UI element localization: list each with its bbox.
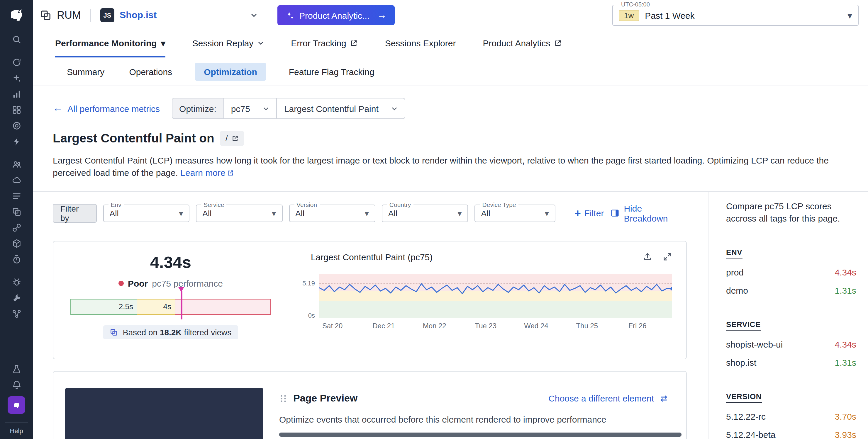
subtab-operations[interactable]: Operations [127, 62, 175, 80]
apm-icon[interactable] [6, 118, 27, 134]
country-filter-select[interactable]: Country All ▾ [382, 204, 468, 222]
filter-legend: Device Type [480, 201, 519, 208]
beaker-icon[interactable] [6, 361, 27, 377]
sparkles-icon[interactable] [6, 70, 27, 86]
timer-icon[interactable] [6, 251, 27, 267]
drag-handle-icon[interactable] [279, 394, 287, 402]
bell-icon[interactable] [6, 377, 27, 393]
hide-breakdown-button[interactable]: Hide Breakdown [610, 203, 687, 223]
tag-label: shop.ist [726, 357, 756, 367]
add-filter-button[interactable]: + Filter [575, 208, 604, 218]
search-icon[interactable] [6, 32, 27, 47]
page-description: Largest Contentful Paint (LCP) measures … [53, 154, 847, 179]
service-filter-select[interactable]: Service All ▾ [196, 204, 282, 222]
tab-label: Session Replay [192, 38, 253, 48]
dashboards-icon[interactable] [6, 102, 27, 118]
caret-down-icon: ▾ [545, 208, 549, 218]
product-title: RUM [57, 9, 81, 22]
breakdown-row[interactable]: prod 4.34s [726, 266, 856, 278]
breakdown-row[interactable]: demo 1.31s [726, 284, 856, 296]
breakdown-intro: Compare pc75 LCP scores accross all tags… [726, 200, 856, 224]
page-path-link[interactable]: / [220, 131, 244, 146]
views-count: 18.2K [160, 327, 182, 337]
percentile-select[interactable]: pc75 [224, 98, 277, 119]
poor-status-dot [119, 280, 124, 286]
rating-detail: pc75 performance [152, 278, 223, 288]
external-link-icon [350, 39, 358, 47]
caret-down-icon: ▾ [365, 208, 369, 218]
tab-error-tracking[interactable]: Error Tracking [291, 31, 358, 58]
choose-element-link[interactable]: Choose a different element [548, 393, 669, 403]
cloud-security-icon[interactable] [6, 172, 27, 188]
breakdown-row[interactable]: shop.ist 1.31s [726, 356, 856, 368]
divider [90, 9, 91, 22]
tag-label: 5.12.24-beta [726, 429, 776, 439]
filter-bar: Filter by Env All ▾ Service All ▾ Versio… [53, 203, 687, 223]
datadog-bits-icon[interactable] [8, 396, 25, 414]
subtab-feature-flag-tracking[interactable]: Feature Flag Tracking [286, 62, 377, 80]
tab-sessions-explorer[interactable]: Sessions Explorer [385, 31, 456, 58]
tools-icon[interactable] [6, 290, 27, 306]
help-link[interactable]: Help [5, 422, 28, 436]
metric-select[interactable]: Largest Contentful Paint [277, 98, 405, 119]
secondary-tabs: Summary Operations Optimization Feature … [33, 58, 868, 86]
workflow-icon[interactable] [6, 306, 27, 322]
breakdown-row[interactable]: 5.12.22-rc 3.70s [726, 410, 856, 422]
tag-value: 4.34s [835, 267, 856, 277]
page-intro: ← All performance metrics Optimize: pc75… [33, 86, 868, 191]
tag-value: 4.34s [835, 339, 856, 349]
version-filter-select[interactable]: Version All ▾ [289, 204, 375, 222]
tab-session-replay[interactable]: Session Replay [192, 31, 264, 58]
preview-title: Page Preview [293, 393, 358, 404]
filter-value: All [110, 208, 119, 218]
tab-product-analytics[interactable]: Product Analytics [483, 31, 562, 58]
rum-icon[interactable] [6, 204, 27, 220]
time-range-selector[interactable]: UTC-05:00 1w Past 1 Week ▾ [612, 5, 859, 26]
metrics-icon[interactable] [6, 86, 27, 102]
breakdown-row[interactable]: shopist-web-ui 4.34s [726, 338, 856, 350]
synthetics-link-icon[interactable] [6, 220, 27, 236]
learn-more-link[interactable]: Learn more [180, 168, 234, 178]
chart-title: Largest Contentful Paint (pc75) [311, 252, 433, 262]
section-title: ENV [726, 248, 742, 258]
rum-product-icon [40, 9, 52, 21]
js-framework-icon: JS [100, 8, 114, 22]
lcp-score-value: 4.34s [150, 253, 191, 272]
x-axis-tick-label: Tue 23 [475, 322, 496, 330]
export-icon[interactable] [643, 252, 652, 261]
tab-label: Product Analytics [483, 38, 550, 48]
bug-icon[interactable] [6, 274, 27, 290]
tag-value: 3.93s [835, 429, 856, 439]
filter-by-button[interactable]: Filter by [53, 204, 97, 223]
threshold-good-label: 2.5s [119, 302, 133, 311]
chart-pane: Largest Contentful Paint (pc75) 5.19 0s [288, 241, 687, 359]
logs-icon[interactable] [6, 188, 27, 204]
breakdown-section-version: VERSION 5.12.22-rc 3.70s 5.12.24-beta 3.… [726, 391, 856, 439]
x-axis-tick-label: Fri 26 [628, 322, 646, 330]
expand-icon[interactable] [663, 252, 672, 261]
app-window: Help RUM JS Shop.ist [0, 0, 868, 439]
device-type-filter-select[interactable]: Device Type All ▾ [475, 204, 555, 222]
tab-performance-monitoring[interactable]: Performance Monitoring ▾ [55, 31, 165, 58]
subtab-optimization[interactable]: Optimization [194, 62, 267, 80]
caret-down-icon: ▾ [458, 208, 462, 218]
application-selector[interactable]: JS Shop.ist [100, 8, 257, 22]
subtab-summary[interactable]: Summary [64, 62, 107, 80]
breakdown-row[interactable]: 5.12.24-beta 3.93s [726, 428, 856, 439]
history-icon[interactable] [6, 55, 27, 70]
chevron-down-icon [257, 40, 264, 46]
env-filter-select[interactable]: Env All ▾ [103, 204, 190, 222]
back-to-metrics-link[interactable]: ← All performance metrics [53, 103, 160, 114]
product-analytics-cta-button[interactable]: Product Analytic... → [277, 5, 395, 25]
external-link-icon [555, 39, 562, 47]
preview-description: Optimize events that occurred before thi… [279, 414, 669, 424]
datadog-logo[interactable] [6, 5, 27, 25]
lightning-icon[interactable] [6, 134, 27, 149]
percentile-value: pc75 [231, 103, 250, 113]
plus-icon: + [575, 208, 581, 218]
caret-down-icon: ▾ [161, 38, 165, 48]
users-icon[interactable] [6, 157, 27, 172]
x-axis-tick-label: Sat 20 [322, 322, 342, 330]
package-icon[interactable] [6, 236, 27, 251]
external-link-icon [227, 170, 234, 177]
